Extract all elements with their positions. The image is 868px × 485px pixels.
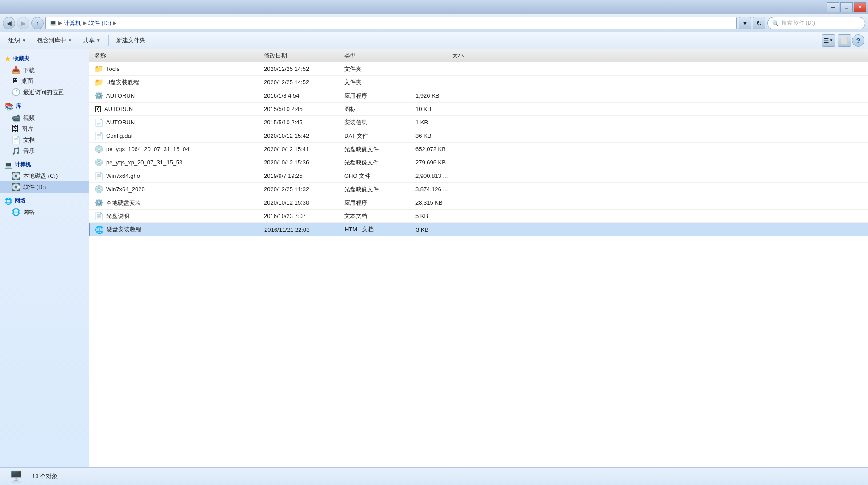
path-part-drive[interactable]: 软件 (D:) [88,19,111,27]
sidebar-library-header: 📚 库 [0,100,89,112]
file-name-cell: 📁 Tools [93,65,262,73]
sidebar-item-ddrive[interactable]: 💽 软件 (D:) [0,181,89,193]
file-modified: 2020/12/25 11:32 [264,186,309,193]
music-icon: 🎵 [12,147,21,155]
sidebar-item-music[interactable]: 🎵 音乐 [0,145,89,156]
file-type-icon: 💿 [95,145,103,153]
new-folder-button[interactable]: 新建文件夹 [111,34,150,47]
include-library-button[interactable]: 包含到库中 ▼ [32,34,77,47]
sidebar-item-desktop[interactable]: 🖥 桌面 [0,76,89,86]
sidebar-item-cdrive[interactable]: 💽 本地磁盘 (C:) [0,170,89,181]
up-button[interactable]: ↑ [31,17,44,29]
file-name-cell: 📄 光盘说明 [93,212,262,220]
table-row[interactable]: 📁 Tools 2020/12/25 14:52 文件夹 [89,62,868,76]
sidebar-item-documents[interactable]: 📄 文档 [0,134,89,145]
col-size[interactable]: 大小 [414,52,467,60]
file-type: DAT 文件 [344,132,368,140]
col-name[interactable]: 名称 [93,52,262,60]
address-path[interactable]: 💻 ▶ 计算机 ▶ 软件 (D:) ▶ [45,17,737,29]
file-name: Config.dat [106,132,132,139]
documents-icon: 📄 [12,136,21,144]
file-type: 文本文档 [344,212,367,220]
sidebar-item-recent[interactable]: 🕐 最近访问的位置 [0,86,89,98]
file-name: AUTORUN [106,92,135,99]
search-box[interactable]: 🔍 搜索 软件 (D:) [767,17,865,29]
computer-icon: 💻 [49,20,57,26]
file-name: 光盘说明 [106,212,129,220]
file-type-cell: 光盘映像文件 [342,159,414,167]
share-button[interactable]: 共享 ▼ [78,34,106,47]
toolbar: 组织 ▼ 包含到库中 ▼ 共享 ▼ 新建文件夹 ☰ ▼ ⬜ ? [0,32,868,49]
table-row[interactable]: 💿 pe_yqs_xp_20_07_31_15_53 2020/10/12 15… [89,156,868,169]
help-button[interactable]: ? [852,34,864,47]
file-type-icon: 📄 [95,172,103,180]
table-row[interactable]: 📄 AUTORUN 2015/5/10 2:45 安装信息 1 KB [89,116,868,129]
file-modified: 2016/1/8 4:54 [264,92,300,99]
maximize-button[interactable]: □ [840,2,853,12]
pictures-label: 图片 [21,125,33,133]
file-size-cell: 5 KB [414,213,467,219]
file-type-icon: 📄 [95,132,103,140]
file-type: 文件夹 [344,65,362,73]
include-arrow: ▼ [68,38,72,43]
col-type[interactable]: 类型 [342,52,414,60]
table-row[interactable]: 📁 U盘安装教程 2020/12/25 14:52 文件夹 [89,76,868,89]
sidebar-item-video[interactable]: 📹 视频 [0,112,89,123]
minimize-button[interactable]: ─ [827,2,839,12]
table-row[interactable]: 🌐 硬盘安装教程 2016/11/21 22:03 HTML 文档 3 KB [89,223,868,236]
file-name: 硬盘安装教程 [107,226,141,234]
table-row[interactable]: 💿 Win7x64_2020 2020/12/25 11:32 光盘映像文件 3… [89,183,868,196]
table-row[interactable]: 📄 Win7x64.gho 2019/9/7 19:25 GHO 文件 2,90… [89,169,868,183]
sidebar-item-pictures[interactable]: 🖼 图片 [0,123,89,134]
address-bar: ◀ ▶ ↑ 💻 ▶ 计算机 ▶ 软件 (D:) ▶ ▼ ↻ 🔍 搜索 软件 (D… [0,14,868,32]
sidebar-item-download[interactable]: 📥 下载 [0,65,89,76]
ddrive-label: 软件 (D:) [23,183,46,191]
organize-arrow: ▼ [22,38,26,43]
sidebar: ★ 收藏夹 📥 下载 🖥 桌面 🕐 最近访问的位置 📚 库 [0,49,89,467]
sidebar-section-favorites: ★ 收藏夹 📥 下载 🖥 桌面 🕐 最近访问的位置 [0,53,89,98]
path-separator-2: ▶ [83,20,86,26]
file-type-icon: 💿 [95,185,103,193]
table-row[interactable]: 📄 Config.dat 2020/10/12 15:42 DAT 文件 36 … [89,129,868,143]
search-placeholder: 搜索 软件 (D:) [782,19,815,27]
forward-button[interactable]: ▶ [17,17,29,29]
status-bar: 🖥️ 13 个对象 [0,467,868,485]
file-type: 安装信息 [344,119,367,127]
col-modified[interactable]: 修改日期 [262,52,342,60]
video-label: 视频 [23,114,35,122]
view-button[interactable]: ☰ ▼ [822,34,835,47]
table-row[interactable]: ⚙️ 本地硬盘安装 2020/10/12 15:30 应用程序 28,315 K… [89,196,868,210]
file-type-cell: DAT 文件 [342,132,414,140]
search-icon: 🔍 [772,20,779,26]
organize-button[interactable]: 组织 ▼ [4,34,31,47]
desktop-icon: 🖥 [12,77,19,85]
file-modified: 2015/5/10 2:45 [264,106,303,112]
table-row[interactable]: ⚙️ AUTORUN 2016/1/8 4:54 应用程序 1,926 KB [89,89,868,103]
file-type-cell: 应用程序 [342,199,414,207]
table-row[interactable]: 🖼 AUTORUN 2015/5/10 2:45 图标 10 KB [89,103,868,116]
dropdown-button[interactable]: ▼ [739,17,751,29]
file-type: 应用程序 [344,199,367,207]
sidebar-section-computer: 💻 计算机 💽 本地磁盘 (C:) 💽 软件 (D:) [0,159,89,193]
file-type-cell: 光盘映像文件 [342,185,414,193]
close-button[interactable]: ✕ [854,2,866,12]
file-name: pe_yqs_xp_20_07_31_15_53 [106,159,182,166]
path-part-computer[interactable]: 计算机 [64,19,81,27]
status-count: 13 个对象 [32,473,58,481]
file-modified-cell: 2019/9/7 19:25 [262,173,342,179]
sidebar-item-network[interactable]: 🌐 网络 [0,206,89,218]
table-row[interactable]: 💿 pe_yqs_1064_20_07_31_16_04 2020/10/12 … [89,143,868,156]
share-label: 共享 [83,37,95,45]
file-type-icon: 🖼 [95,105,102,113]
back-button[interactable]: ◀ [3,17,15,29]
star-icon: ★ [4,54,11,63]
table-row[interactable]: 📄 光盘说明 2016/10/23 7:07 文本文档 5 KB [89,210,868,223]
refresh-button[interactable]: ↻ [753,17,765,29]
file-size: 279,696 KB [415,159,446,166]
network-icon: 🌐 [4,197,12,205]
file-type-icon: 📁 [95,78,103,86]
file-type: 文件夹 [344,78,362,86]
file-type-icon: 🌐 [95,226,104,234]
preview-button[interactable]: ⬜ [838,34,851,47]
file-size-cell: 1 KB [414,119,467,126]
